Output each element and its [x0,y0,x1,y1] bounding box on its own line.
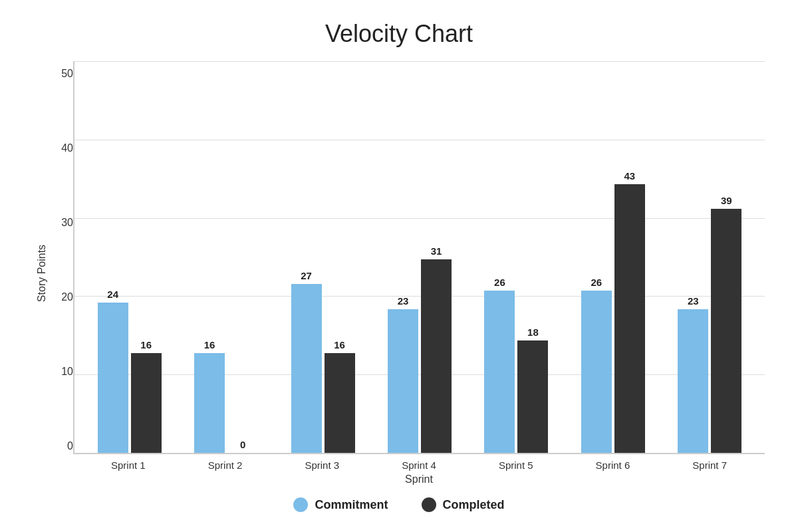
legend-commitment-label: Commitment [315,498,388,512]
commitment-bar-7 [678,309,708,453]
completed-bar-wrapper-5: 18 [517,327,548,453]
y-tick-10: 10 [61,366,73,378]
completed-bar-6 [614,184,645,453]
bars-pair-3: 2716 [291,270,355,453]
y-tick-40: 40 [61,142,73,154]
x-tick-3: Sprint 3 [273,460,370,471]
bars-pair-4: 2331 [388,245,452,453]
completed-value-1: 16 [140,339,152,350]
completed-bar-5 [517,340,548,453]
completed-bar-wrapper-2: 0 [227,439,258,453]
completed-bar-1 [131,353,162,453]
sprint-group-6: 2643 [565,170,661,453]
completed-value-6: 43 [624,170,635,182]
legend-commitment-dot [293,497,308,512]
sprint-group-7: 2339 [662,195,758,453]
commitment-bar-3 [291,284,322,453]
completed-value-5: 18 [527,327,539,338]
completed-bar-wrapper-7: 39 [711,195,741,453]
commitment-bar-wrapper-7: 23 [678,295,708,453]
chart-title: Velocity Chart [325,20,473,48]
y-tick-0: 0 [67,440,73,452]
commitment-value-1: 24 [107,289,118,300]
velocity-chart-container: Velocity Chart Story Points 50 40 30 20 … [33,13,765,519]
commitment-value-2: 16 [204,339,215,350]
x-tick-7: Sprint 7 [661,460,758,471]
completed-bar-wrapper-4: 31 [421,245,452,453]
sprint-group-5: 2618 [468,277,565,453]
y-tick-50: 50 [61,68,73,80]
commitment-value-5: 26 [494,277,505,288]
bars-pair-7: 2339 [678,195,741,453]
y-axis: Story Points 50 40 30 20 10 0 [33,61,73,485]
completed-bar-wrapper-1: 16 [131,339,162,453]
commitment-bar-6 [581,291,612,453]
x-tick-2: Sprint 2 [177,460,274,471]
commitment-value-6: 26 [591,277,602,288]
commitment-bar-wrapper-6: 26 [581,277,612,453]
x-tick-4: Sprint 4 [370,460,467,471]
completed-bar-3 [325,353,355,453]
bars-and-grid: 241616027162331261826432339 [73,61,765,454]
bars-pair-5: 2618 [484,277,548,453]
sprint-group-3: 2716 [275,270,371,453]
legend-completed: Completed [422,497,505,512]
commitment-bar-wrapper-2: 16 [194,339,225,453]
x-axis-label: Sprint [73,473,765,485]
chart-area: Story Points 50 40 30 20 10 0 24161 [33,61,765,485]
sprint-group-1: 2416 [81,289,178,453]
commitment-value-7: 23 [688,295,699,307]
commitment-bar-wrapper-4: 23 [388,295,418,453]
completed-bar-wrapper-6: 43 [614,170,645,453]
completed-bar-wrapper-3: 16 [325,339,355,453]
bars-row: 241616027162331261826432339 [74,61,765,453]
y-tick-20: 20 [61,291,73,303]
bars-pair-1: 2416 [98,289,162,453]
commitment-bar-wrapper-5: 26 [484,277,515,453]
chart-body: 241616027162331261826432339 Sprint 1Spri… [73,61,765,485]
completed-value-4: 31 [431,245,442,257]
commitment-value-3: 27 [301,270,312,281]
completed-bar-4 [421,259,452,453]
legend-completed-label: Completed [443,498,505,512]
commitment-bar-wrapper-1: 24 [98,289,128,453]
legend-commitment: Commitment [293,497,388,512]
y-axis-label: Story Points [36,245,48,302]
commitment-bar-wrapper-3: 27 [291,270,322,453]
commitment-bar-5 [484,291,515,453]
x-axis: Sprint 1Sprint 2Sprint 3Sprint 4Sprint 5… [73,454,765,471]
completed-value-7: 39 [721,195,732,206]
commitment-bar-1 [98,303,128,453]
commitment-value-4: 23 [398,295,409,307]
bars-pair-2: 160 [194,339,258,453]
legend-completed-dot [422,497,436,512]
sprint-group-2: 160 [178,339,274,453]
commitment-bar-4 [388,309,418,453]
legend: Commitment Completed [293,497,504,512]
sprint-group-4: 2331 [371,245,467,453]
x-tick-5: Sprint 5 [467,460,565,471]
completed-value-2: 0 [240,439,245,450]
x-tick-1: Sprint 1 [80,460,177,471]
completed-value-3: 16 [334,339,345,350]
completed-bar-7 [711,209,741,453]
bars-pair-6: 2643 [581,170,645,453]
x-tick-6: Sprint 6 [565,460,662,471]
commitment-bar-2 [194,353,225,453]
y-tick-30: 30 [61,217,73,229]
